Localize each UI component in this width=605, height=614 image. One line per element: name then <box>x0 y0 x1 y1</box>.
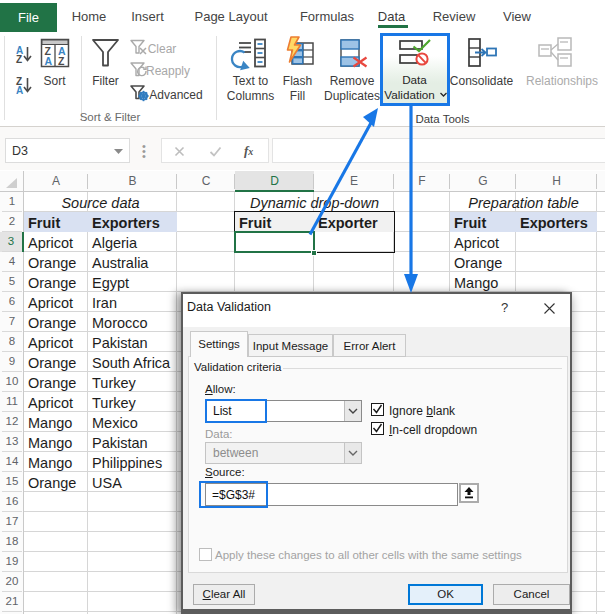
svg-text:A: A <box>45 55 53 67</box>
svg-text:Z: Z <box>58 55 65 67</box>
svg-text:Z: Z <box>16 54 22 65</box>
